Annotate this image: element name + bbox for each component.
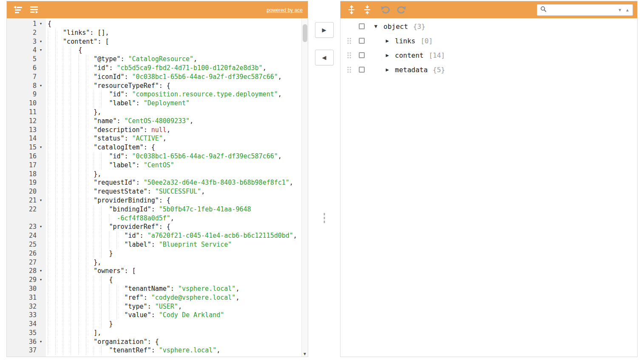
code-line[interactable]: { bbox=[48, 20, 301, 28]
actions-menu-button[interactable] bbox=[359, 23, 365, 29]
code-line[interactable]: "iconId": "0c038bc1-65b6-44ac-9a2f-df39e… bbox=[48, 73, 301, 82]
fold-toggle-icon[interactable]: ▾ bbox=[37, 46, 44, 55]
tree-field-name[interactable]: metadata bbox=[395, 66, 428, 74]
code-line[interactable]: "label": "Blueprint Service" bbox=[48, 240, 301, 249]
code-line[interactable]: "providerBinding": { bbox=[48, 196, 301, 205]
line-number: 14 bbox=[29, 135, 37, 142]
code-line[interactable]: "id": "0c038bc1-65b6-44ac-9a2f-df39ec587… bbox=[48, 152, 301, 161]
code-line[interactable]: "organization": { bbox=[48, 338, 301, 346]
indent-guide bbox=[48, 64, 55, 73]
fold-toggle-icon[interactable]: ▾ bbox=[37, 196, 44, 205]
expand-node-icon[interactable]: ▶ bbox=[384, 67, 391, 73]
fold-toggle-icon[interactable]: ▾ bbox=[37, 276, 44, 284]
code-line[interactable]: "ref": "codyde@vsphere.local", bbox=[48, 293, 301, 302]
json-string-value: "50ee2a32-d64e-43fb-8403-b68b98ef8fc1" bbox=[144, 179, 289, 186]
expand-node-icon[interactable]: ▶ bbox=[384, 52, 391, 58]
tree-editor-panel: ▼ ▲ ▼object{3}▶links[0]▶content[14]▶meta… bbox=[340, 1, 638, 357]
json-tree: ▼object{3}▶links[0]▶content[14]▶metadata… bbox=[340, 18, 637, 357]
redo-button[interactable] bbox=[396, 4, 407, 15]
code-line[interactable]: "id": "cb5d5ca9-fbd2-4d71-b100-d120fa2e8… bbox=[48, 64, 301, 73]
json-string-value: "ACTIVE" bbox=[132, 135, 163, 142]
search-next-icon[interactable]: ▲ bbox=[624, 8, 633, 12]
code-line[interactable]: "name": "CentOS-48009233", bbox=[48, 117, 301, 126]
json-punctuation: , bbox=[278, 90, 282, 98]
code-line[interactable]: "label": "Deployment" bbox=[48, 99, 301, 108]
fold-toggle-icon[interactable]: ▾ bbox=[37, 143, 44, 152]
code-line[interactable]: ], bbox=[48, 329, 301, 338]
code-line[interactable]: "providerRef": { bbox=[48, 222, 301, 231]
splitter-drag-handle[interactable] bbox=[323, 212, 325, 223]
code-line[interactable]: "links": [], bbox=[48, 28, 301, 37]
indent-guide bbox=[78, 73, 86, 82]
code-line[interactable]: "type": "USER", bbox=[48, 302, 301, 311]
code-line[interactable]: "label": "CentOS" bbox=[48, 161, 301, 170]
code-line[interactable]: } bbox=[48, 320, 301, 329]
copy-code-to-tree-button[interactable]: ▶ bbox=[315, 22, 334, 38]
code-line[interactable]: }, bbox=[48, 108, 301, 117]
search-input[interactable] bbox=[549, 7, 616, 13]
code-line[interactable]: "bindingId": "5b0fb47c-1feb-41aa-9648 bbox=[48, 205, 301, 214]
code-line[interactable]: "catalogItem": { bbox=[48, 143, 301, 152]
undo-button[interactable] bbox=[380, 4, 391, 15]
editor-code[interactable]: {"links": [],"content": [{"@type": "Cata… bbox=[46, 18, 301, 357]
format-button[interactable] bbox=[12, 4, 23, 15]
powered-by-ace-link[interactable]: powered by ace bbox=[267, 7, 303, 13]
indent-guide bbox=[71, 134, 78, 143]
indent-guide bbox=[71, 152, 78, 161]
gutter-line: 6 bbox=[7, 64, 46, 73]
scrollbar-down-icon[interactable]: ▼ bbox=[302, 352, 308, 356]
indent-guide bbox=[63, 117, 71, 126]
tree-field-name[interactable]: object bbox=[383, 23, 408, 31]
fold-toggle-icon[interactable]: ▾ bbox=[37, 338, 44, 346]
scrollbar-thumb[interactable] bbox=[303, 24, 307, 42]
indent-guide bbox=[55, 178, 63, 187]
code-line[interactable]: "tenantName": "vsphere.local", bbox=[48, 284, 301, 293]
fold-toggle-icon[interactable]: ▾ bbox=[37, 20, 44, 28]
code-line[interactable]: } bbox=[48, 249, 301, 258]
code-line[interactable]: }, bbox=[48, 258, 301, 267]
json-punctuation: : { bbox=[144, 144, 155, 151]
collapse-all-button[interactable] bbox=[362, 4, 373, 15]
drag-handle-icon[interactable] bbox=[347, 37, 352, 44]
expand-node-icon[interactable]: ▶ bbox=[384, 38, 391, 44]
code-line[interactable]: "requestState": "SUCCESSFUL", bbox=[48, 187, 301, 196]
indent-guide bbox=[63, 329, 71, 338]
code-line[interactable]: { bbox=[48, 46, 301, 55]
code-line[interactable]: "status": "ACTIVE", bbox=[48, 134, 301, 143]
json-string-value: "CentOS-48009233" bbox=[125, 117, 190, 125]
drag-handle-icon[interactable] bbox=[347, 66, 352, 73]
tree-field-name[interactable]: content bbox=[395, 51, 423, 59]
actions-menu-button[interactable] bbox=[359, 52, 365, 58]
editor-scrollbar[interactable]: ▼ bbox=[301, 18, 308, 357]
code-line[interactable]: "@type": "CatalogResource", bbox=[48, 55, 301, 64]
tree-field-name[interactable]: links bbox=[395, 37, 415, 45]
search-previous-icon[interactable]: ▼ bbox=[616, 8, 624, 12]
fold-toggle-icon[interactable]: ▾ bbox=[37, 267, 44, 276]
expand-all-button[interactable] bbox=[346, 4, 357, 15]
actions-menu-button[interactable] bbox=[359, 67, 365, 73]
json-key: "iconId" bbox=[94, 73, 124, 81]
fold-toggle-icon[interactable]: ▾ bbox=[37, 82, 44, 90]
code-line[interactable]: "id": "composition.resource.type.deploym… bbox=[48, 90, 301, 99]
code-line[interactable]: { bbox=[48, 276, 301, 284]
indent-guide bbox=[94, 346, 101, 355]
code-line[interactable]: "tenantRef": "vsphere.local", bbox=[48, 346, 301, 355]
fold-toggle-icon[interactable]: ▾ bbox=[37, 222, 44, 231]
code-line[interactable]: "resourceTypeRef": { bbox=[48, 82, 301, 90]
code-line[interactable]: -6cf4f88a0d5f", bbox=[48, 214, 301, 223]
code-line[interactable]: }, bbox=[48, 170, 301, 179]
actions-menu-button[interactable] bbox=[359, 38, 365, 44]
line-number: 5 bbox=[33, 55, 37, 63]
code-line[interactable]: "owners": [ bbox=[48, 267, 301, 276]
code-line[interactable]: "content": [ bbox=[48, 37, 301, 46]
code-line[interactable]: "requestId": "50ee2a32-d64e-43fb-8403-b6… bbox=[48, 178, 301, 187]
code-line[interactable]: "id": "a7620f21-c045-41e4-acb6-b6c12115d… bbox=[48, 231, 301, 240]
code-line[interactable]: "description": null, bbox=[48, 126, 301, 135]
fold-toggle-icon[interactable]: ▾ bbox=[37, 37, 44, 46]
drag-handle-icon[interactable] bbox=[347, 52, 352, 59]
code-line[interactable]: "value": "Cody De Arkland" bbox=[48, 311, 301, 320]
copy-tree-to-code-button[interactable]: ◀ bbox=[315, 50, 334, 65]
compact-button[interactable] bbox=[28, 4, 40, 15]
indent-guide bbox=[63, 338, 71, 346]
collapse-node-icon[interactable]: ▼ bbox=[372, 23, 379, 29]
